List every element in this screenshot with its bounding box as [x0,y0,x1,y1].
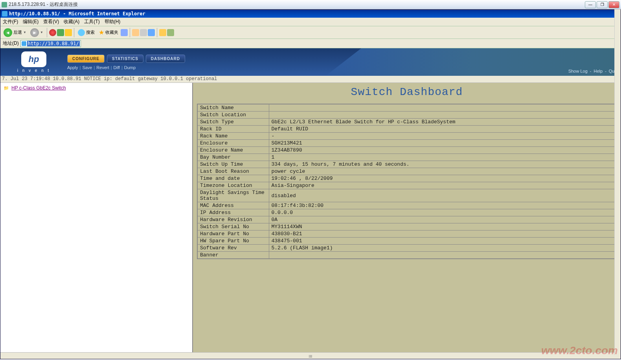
rdp-title: 218.5.173.228:91 - 远程桌面连接 [9,1,585,8]
menu-view[interactable]: 查看(V) [43,18,59,25]
table-row: HW Spare Part No438475-001 [197,238,615,245]
menu-favorites[interactable]: 收藏(A) [64,18,79,25]
row-value [269,104,615,112]
search-icon [78,29,85,36]
row-value: Default RUID [269,126,615,133]
row-value: 19:02:46 , 8/22/2009 [269,175,615,182]
separator [130,28,130,37]
action-save[interactable]: Save [82,65,92,70]
row-value [269,252,615,259]
tree-pane: 📁 HP c-Class GbE2c Switch [0,83,193,352]
vertical-scrollbar[interactable] [614,9,621,355]
row-value: 438475-001 [269,238,615,245]
row-value: 0A [269,216,615,223]
table-row: Switch Name [197,104,615,112]
row-value: power cycle [269,168,615,175]
action-revert[interactable]: Revert [96,65,109,70]
watermark: www.2cto.com [541,344,618,357]
row-key: MAC Address [197,202,269,209]
hp-logo-area: hp i n v e n t [0,48,67,76]
row-value: 08:17:f4:3b:82:00 [269,202,615,209]
edit-icon[interactable] [148,29,155,36]
history-icon[interactable] [121,29,128,36]
ie-titlebar: http://10.0.88.91/ - Microsoft Internet … [0,10,621,18]
row-value: SGH213M421 [269,140,615,147]
stop-icon[interactable] [49,29,56,36]
hp-banner: hp i n v e n t CONFIGURE STATISTICS DASH… [0,48,621,76]
favorites-button[interactable]: ★收藏夹 [97,28,120,37]
table-row: Software Rev5.2.6 (FLASH image1) [197,245,615,252]
row-key: Timezone Location [197,182,269,189]
refresh-icon[interactable] [57,29,64,36]
star-icon: ★ [99,29,104,36]
rdp-icon [2,2,7,7]
row-value [269,112,615,119]
page-title: Switch Dashboard [193,86,621,98]
menu-file[interactable]: 文件(F) [3,18,18,25]
row-key: Switch Type [197,119,269,126]
table-row: Hardware Part No438030-B21 [197,230,615,238]
tree-root[interactable]: 📁 HP c-Class GbE2c Switch [4,85,189,91]
row-key: Banner [197,252,269,259]
dashboard-table: Switch NameSwitch LocationSwitch TypeGbE… [197,104,615,259]
menu-edit[interactable]: 编辑(E) [23,18,39,25]
ie-icon [2,11,7,16]
action-dump[interactable]: Dump [124,65,136,70]
table-row: IP Address0.0.0.0 [197,209,615,216]
link-showlog[interactable]: Show Log [568,69,588,73]
minimize-button[interactable]: — [585,1,596,8]
tab-dashboard[interactable]: DASHBOARD [146,55,185,63]
tab-configure[interactable]: CONFIGURE [67,55,105,63]
action-diff[interactable]: Diff [114,65,120,70]
row-key: Switch Serial No [197,223,269,230]
table-row: Bay Number 1 [197,154,615,161]
home-icon[interactable] [65,29,72,36]
menu-tools[interactable]: 工具(T) [84,18,99,25]
table-row: Banner [197,252,615,259]
row-key: Switch Up Time [197,161,269,168]
link-help[interactable]: Help [594,69,603,73]
tool-icon[interactable] [167,29,174,36]
back-button[interactable]: ◄后退▼ [2,27,28,38]
address-value: http://10.0.88.91/ [27,41,80,46]
row-key: Enclosure [197,140,269,147]
table-row: EnclosureSGH213M421 [197,140,615,147]
tree-root-link[interactable]: HP c-Class GbE2c Switch [11,85,66,91]
maximize-button[interactable]: ❐ [597,1,608,8]
close-button[interactable]: ✕ [608,1,619,8]
row-value: GbE2c L2/L3 Ethernet Blade Switch for HP… [269,119,615,126]
row-key: Bay Number [197,154,269,161]
forward-button[interactable]: ►▼ [29,27,45,38]
address-field[interactable]: http://10.0.88.91/ [20,40,81,47]
search-button[interactable]: 搜索 [76,28,96,37]
table-row: Last Boot Reasonpower cycle [197,168,615,175]
table-row: Rack IDDefault RUID [197,126,615,133]
dashboard-pane: Switch Dashboard Switch NameSwitch Locat… [193,83,621,352]
row-value: Asia-Singapore [269,182,615,189]
folder-icon[interactable] [159,29,166,36]
table-row: Switch Location [197,112,615,119]
mail-icon[interactable] [132,29,139,36]
row-value: 1 [269,154,615,161]
row-key: Rack Name [197,133,269,140]
print-icon[interactable] [140,29,147,36]
separator [74,28,74,37]
row-value: 5.2.6 (FLASH image1) [269,245,615,252]
row-key: Hardware Part No [197,230,269,238]
row-value: - [269,133,615,140]
ie-menu-bar: 文件(F) 编辑(E) 查看(V) 收藏(A) 工具(T) 帮助(H) [0,18,621,26]
table-row: Enclosure Name1Z34AB7890 [197,147,615,154]
menu-help[interactable]: 帮助(H) [105,18,121,25]
ie-title: http://10.0.88.91/ - Microsoft Internet … [9,11,145,16]
table-row: Switch Serial NoMY31114XWN [197,223,615,230]
row-value: disabled [269,189,615,202]
window-controls: — ❐ ✕ [585,1,619,8]
table-row: Hardware Revision0A [197,216,615,223]
action-apply[interactable]: Apply [67,65,78,70]
row-key: Time and date [197,175,269,182]
address-bar: 地址(D) http://10.0.88.91/ [0,39,621,48]
tab-statistics[interactable]: STATISTICS [107,55,143,63]
table-row: MAC Address08:17:f4:3b:82:00 [197,202,615,209]
horizontal-scrollbar[interactable]: |||| [0,352,621,359]
row-key: Switch Location [197,112,269,119]
